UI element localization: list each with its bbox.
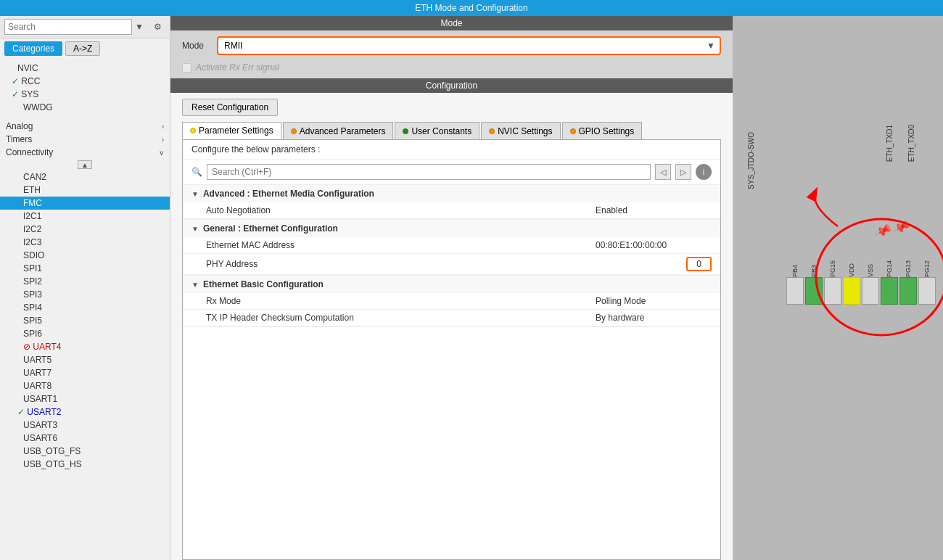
sidebar-item-usb-otg-fs[interactable]: USB_OTG_HS <box>0 458 170 471</box>
window-title: ETH Mode and Configuration <box>415 3 527 13</box>
advanced-eth-media-label: Advanced : Ethernet Media Configuration <box>203 189 374 199</box>
param-search-input[interactable] <box>207 164 651 180</box>
sidebar-category-connectivity[interactable]: Connectivity ∨ <box>0 146 170 159</box>
tx-checksum-label: TX IP Header Checksum Computation <box>206 313 596 323</box>
advanced-params-dot <box>291 128 297 134</box>
sidebar-item-spi5[interactable]: SPI6 <box>0 327 170 340</box>
advanced-params-label: Advanced Parameters <box>300 126 386 136</box>
mac-address-value: 00:80:E1:00:00:00 <box>596 240 712 250</box>
rx-mode-value: Polling Mode <box>596 296 712 306</box>
sidebar-item-usart1[interactable]: USART2 <box>0 405 170 419</box>
right-panel: SYS_JTDO-SWO ETH_TXD1 ETH_TXD0 PB4 PB3 <box>733 16 943 560</box>
tab-parameter-settings[interactable]: Parameter Settings <box>182 122 281 139</box>
sidebar-item-uart5[interactable]: UART7 <box>0 366 170 379</box>
sidebar: ▼ ⚙ Categories A->Z NVIC RCC SYS WWDG An… <box>0 16 170 560</box>
rx-mode-label: Rx Mode <box>206 296 596 306</box>
sidebar-scroll-up[interactable]: ▲ <box>0 159 170 170</box>
svg-point-0 <box>816 219 943 335</box>
sidebar-item-wwdg[interactable]: WWDG <box>0 101 170 114</box>
user-constants-label: User Constants <box>411 126 472 136</box>
config-toolbar: Reset Configuration <box>170 93 733 122</box>
sidebar-item-spi1[interactable]: SPI2 <box>0 275 170 288</box>
param-row-rx-mode: Rx Mode Polling Mode <box>183 293 720 310</box>
sidebar-category-analog[interactable]: Analog › <box>0 120 170 133</box>
param-group-header-general-eth[interactable]: ▼ General : Ethernet Configuration <box>183 220 720 237</box>
tab-atoz[interactable]: A->Z <box>65 41 100 56</box>
sidebar-item-usart2[interactable]: USART3 <box>0 419 170 432</box>
sidebar-item-spi4[interactable]: SPI5 <box>0 314 170 327</box>
mac-address-label: Ethernet MAC Address <box>206 240 596 250</box>
sidebar-search-input[interactable] <box>4 19 132 35</box>
sidebar-item-usart3[interactable]: USART6 <box>0 432 170 445</box>
info-button[interactable]: i <box>696 164 712 180</box>
sidebar-item-usart6[interactable]: USB_OTG_FS <box>0 445 170 458</box>
config-subtitle: Configure the below parameters : <box>183 140 720 160</box>
parameter-settings-label: Parameter Settings <box>199 125 273 136</box>
sidebar-item-usb-otg-hs[interactable] <box>0 471 170 474</box>
sidebar-item-i2c1[interactable]: I2C2 <box>0 223 170 236</box>
activate-rx-row: Activate Rx Err signal <box>170 61 733 78</box>
auto-negotiation-value: Enabled <box>596 205 712 215</box>
tab-advanced-parameters[interactable]: Advanced Parameters <box>283 122 394 139</box>
sidebar-item-uart8[interactable]: USART1 <box>0 392 170 405</box>
nvic-settings-label: NVIC Settings <box>498 126 552 136</box>
sidebar-item-sdio[interactable]: SPI1 <box>0 262 170 275</box>
parameter-settings-dot <box>190 128 196 133</box>
sidebar-category-timers[interactable]: Timers › <box>0 133 170 146</box>
nvic-settings-dot <box>489 128 495 134</box>
param-row-auto-negotiation: Auto Negotiation Enabled <box>183 202 720 219</box>
sidebar-item-sys[interactable]: SYS <box>0 88 170 101</box>
eth-basic-label: Ethernet Basic Configuration <box>203 279 324 289</box>
reset-configuration-button[interactable]: Reset Configuration <box>182 99 278 116</box>
gpio-settings-dot <box>570 128 576 134</box>
config-content: Configure the below parameters : 🔍 ◁ ▷ i… <box>182 139 721 560</box>
activate-rx-label: Activate Rx Err signal <box>196 62 279 73</box>
connectivity-expand-icon: ∨ <box>159 149 164 157</box>
mode-row: Mode RMII MII ▼ <box>170 30 733 61</box>
tab-categories[interactable]: Categories <box>4 41 62 56</box>
pin-diagram: SYS_JTDO-SWO ETH_TXD1 ETH_TXD0 PB4 PB3 <box>733 16 943 560</box>
collapse-icon-advanced-eth-media: ▼ <box>192 190 199 198</box>
auto-negotiation-label: Auto Negotiation <box>206 205 596 215</box>
sys-jtdo-label: SYS_JTDO-SWO <box>747 132 755 189</box>
user-constants-dot <box>403 128 408 134</box>
param-group-header-advanced-eth-media[interactable]: ▼ Advanced : Ethernet Media Configuratio… <box>183 185 720 202</box>
activate-rx-checkbox[interactable] <box>182 63 192 73</box>
config-section: Configuration Reset Configuration Parame… <box>170 78 733 560</box>
sidebar-item-i2c3[interactable]: SDIO <box>0 249 170 262</box>
mode-section: Mode Mode RMII MII ▼ Activate Rx Err sig… <box>170 16 733 78</box>
search-next-button[interactable]: ▷ <box>675 164 691 180</box>
param-row-mac-address: Ethernet MAC Address 00:80:E1:00:00:00 <box>183 237 720 254</box>
config-section-header: Configuration <box>170 78 733 93</box>
search-dropdown-icon[interactable]: ▼ <box>135 22 147 32</box>
search-prev-button[interactable]: ◁ <box>655 164 671 180</box>
sidebar-item-eth[interactable]: FMC <box>0 197 170 210</box>
sidebar-item-spi2[interactable]: SPI3 <box>0 288 170 301</box>
sidebar-item-can2[interactable]: ETH <box>0 184 170 197</box>
param-group-header-eth-basic[interactable]: ▼ Ethernet Basic Configuration <box>183 276 720 293</box>
sidebar-item-uart4[interactable]: UART5 <box>0 353 170 366</box>
sidebar-item-rcc[interactable]: RCC <box>0 75 170 88</box>
mode-label: Mode <box>182 41 211 51</box>
sidebar-top: ▼ ⚙ <box>0 16 170 38</box>
sidebar-item-i2c2[interactable]: I2C3 <box>0 236 170 249</box>
settings-gear-icon[interactable]: ⚙ <box>149 19 165 35</box>
mode-select[interactable]: RMII MII <box>217 36 721 55</box>
phy-address-input[interactable]: 0 <box>686 257 712 271</box>
top-bar: ETH Mode and Configuration <box>0 0 943 16</box>
eth-txd0-label: ETH_TXD0 <box>907 125 915 162</box>
scroll-up-arrow-icon[interactable]: ▲ <box>78 160 92 169</box>
tab-nvic-settings[interactable]: NVIC Settings <box>481 122 560 139</box>
param-row-phy-address: PHY Address 0 <box>183 254 720 275</box>
sidebar-item-fmc[interactable]: I2C1 <box>0 210 170 223</box>
tab-gpio-settings[interactable]: GPIO Settings <box>562 122 643 139</box>
tx-checksum-value: By hardware <box>596 313 712 323</box>
sidebar-item-spi6[interactable]: UART4 <box>0 340 170 353</box>
sidebar-item-nvic[interactable]: NVIC <box>0 62 170 75</box>
sidebar-item-can1[interactable]: CAN2 <box>0 170 170 184</box>
sidebar-item-spi3[interactable]: SPI4 <box>0 301 170 314</box>
gpio-settings-label: GPIO Settings <box>579 126 635 136</box>
sidebar-item-uart7[interactable]: UART8 <box>0 379 170 392</box>
tab-user-constants[interactable]: User Constants <box>395 122 479 139</box>
timers-expand-icon: › <box>162 136 164 144</box>
